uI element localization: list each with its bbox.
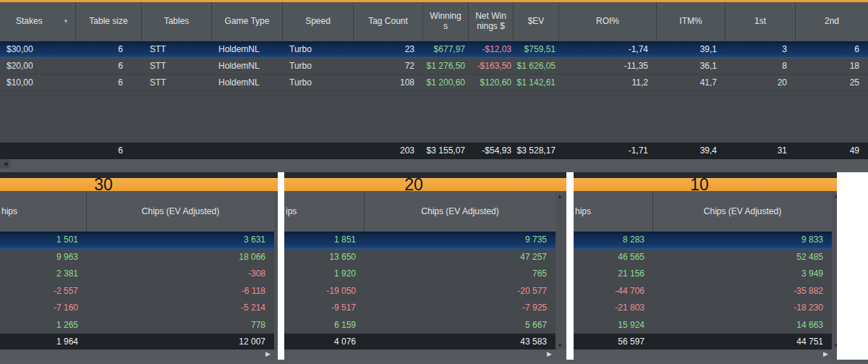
column-header-tag-count[interactable]: Tag Count: [354, 2, 423, 41]
chips-ev-adjusted-column-header[interactable]: Chips (EV Adjusted): [365, 191, 556, 232]
cell-tag-count: 72: [354, 58, 423, 75]
panel-row[interactable]: 1 920765: [284, 266, 556, 283]
column-header-itm[interactable]: ITM%: [657, 2, 726, 41]
panel-row[interactable]: -44 706-35 882: [574, 283, 832, 300]
cell-speed: Turbo: [283, 41, 354, 58]
panel-row[interactable]: 1 8519 735: [284, 232, 556, 249]
panel-row[interactable]: 9 96318 066: [0, 249, 274, 266]
cell-chips: -7 160: [0, 300, 87, 317]
panel-row[interactable]: 2 381-308: [0, 266, 274, 283]
column-header-label: Tag Count: [368, 17, 408, 27]
panel-row[interactable]: 1 5013 631: [0, 232, 274, 249]
panel-row[interactable]: -9 517-7 925: [284, 300, 556, 317]
cell-chips-ev: -6 118: [87, 283, 274, 300]
column-header-1st[interactable]: 1st: [726, 2, 796, 41]
cell-chips-ev: 14 663: [653, 317, 832, 334]
column-header-tables[interactable]: Tables: [142, 2, 212, 41]
chips-column-header[interactable]: hips: [574, 191, 653, 232]
summary-cell-speed: [283, 143, 354, 159]
column-header-label: Game Type: [225, 17, 270, 27]
table-row[interactable]: $10,006STTHoldemNLTurbo108$1 200,60$120,…: [0, 75, 868, 91]
cell-roi: 11,2: [559, 75, 657, 91]
cell-chips: 1 501: [0, 232, 87, 249]
cell-roi: -1,74: [559, 41, 657, 58]
scroll-down-arrow-icon[interactable]: ▼: [833, 342, 837, 349]
summary-cell-chips-ev: 44 751: [653, 334, 832, 350]
scroll-down-arrow-icon[interactable]: ▼: [557, 342, 563, 349]
column-header-winnings[interactable]: Winnings: [423, 2, 469, 41]
scroll-left-arrow-icon[interactable]: ◀: [0, 159, 11, 169]
panel-vertical-scrollbar[interactable]: ▲▼: [274, 192, 278, 350]
scroll-down-arrow-icon[interactable]: ▼: [276, 342, 278, 349]
poker-tracker-screen: Stakes▼Table sizeTablesGame TypeSpeedTag…: [0, 0, 868, 364]
chips-ev-adjusted-column-header[interactable]: Chips (EV Adjusted): [653, 191, 832, 232]
cell-chips-ev: -308: [87, 266, 274, 283]
panel-row[interactable]: 8 2839 833: [574, 232, 832, 249]
cell-chips: -19 050: [284, 283, 365, 300]
column-header-label: ROI%: [596, 17, 619, 27]
cell-chips: 8 283: [574, 232, 653, 249]
cell-tables: STT: [142, 75, 212, 91]
table-row[interactable]: $30,006STTHoldemNLTurbo23$677,97-$12,03$…: [0, 41, 868, 58]
column-header-ev[interactable]: $EV: [514, 2, 559, 41]
cell-tag-count: 108: [354, 75, 423, 91]
panel-group-label: 20: [284, 178, 555, 191]
panel-summary-row: 4 07643 583: [284, 334, 556, 350]
panel-row[interactable]: 15 92414 663: [574, 317, 832, 334]
stats-summary-row: 6203$3 155,07-$54,93$3 528,17-1,7139,431…: [0, 143, 868, 159]
panel-row[interactable]: -21 803-18 230: [574, 300, 832, 317]
scroll-up-arrow-icon[interactable]: ▲: [557, 193, 563, 200]
cell-chips: 2 381: [0, 266, 87, 283]
scroll-up-arrow-icon[interactable]: ▲: [833, 193, 837, 200]
cell-game-type: HoldemNL: [212, 75, 283, 91]
panel-row[interactable]: 1 265778: [0, 317, 274, 334]
table-row[interactable]: $20,006STTHoldemNLTurbo72$1 276,50-$163,…: [0, 58, 868, 75]
panel-row[interactable]: -2 557-6 118: [0, 283, 274, 300]
column-header-stakes[interactable]: Stakes▼: [0, 2, 76, 41]
column-header-label: Net Winnings $: [474, 12, 509, 32]
panel-tab-strip: [284, 172, 566, 178]
panel-row[interactable]: 6 1595 667: [284, 317, 556, 334]
panel-summary-row: 1 96412 007: [0, 334, 274, 350]
summary-cell-chips-ev: 12 007: [87, 334, 274, 350]
panel-row[interactable]: -19 050-20 577: [284, 283, 556, 300]
panel-horizontal-scrollbar[interactable]: ▶: [284, 350, 566, 360]
cell-chips-ev: -20 577: [365, 283, 556, 300]
cell-chips-ev: 52 485: [653, 249, 832, 266]
column-header-label: Winnings: [428, 12, 463, 32]
panel-row[interactable]: -7 160-5 214: [0, 300, 274, 317]
cell-net-winnings: -$163,50: [469, 58, 514, 75]
column-header-roi[interactable]: ROI%: [559, 2, 657, 41]
column-header-table-size[interactable]: Table size: [76, 2, 142, 41]
panel-row[interactable]: 21 1563 949: [574, 266, 832, 283]
chips-ev-adjusted-column-header[interactable]: Chips (EV Adjusted): [87, 191, 274, 232]
cell-chips: 1 920: [284, 266, 365, 283]
scroll-up-arrow-icon[interactable]: ▲: [276, 193, 278, 200]
stakes-filter-dropdown-icon[interactable]: ▼: [63, 18, 69, 25]
panel-row[interactable]: 46 56552 485: [574, 249, 832, 266]
panel-header-row: hipsChips (EV Adjusted): [574, 191, 837, 232]
stats-table-header-row: Stakes▼Table sizeTablesGame TypeSpeedTag…: [0, 2, 868, 41]
column-header-game-type[interactable]: Game Type: [212, 2, 283, 41]
column-header-speed[interactable]: Speed: [283, 2, 354, 41]
column-header-net-winnings[interactable]: Net Winnings $: [469, 2, 514, 41]
scroll-right-arrow-icon[interactable]: ▶: [265, 350, 271, 357]
panel-vertical-scrollbar[interactable]: ▲▼: [832, 192, 837, 350]
summary-cell-roi: -1,71: [559, 143, 657, 159]
scroll-right-arrow-icon[interactable]: ▶: [547, 350, 552, 357]
chips-column-header[interactable]: hips: [0, 191, 87, 232]
column-header-2nd[interactable]: 2nd: [796, 2, 868, 41]
panel-horizontal-scrollbar[interactable]: ▶: [0, 350, 278, 360]
scroll-right-arrow-icon[interactable]: ▶: [823, 350, 828, 357]
summary-cell-1st: 31: [726, 143, 796, 159]
chips-column-header[interactable]: ips: [284, 191, 365, 232]
column-header-label: Table size: [89, 17, 127, 27]
panel-vertical-scrollbar[interactable]: ▲▼: [556, 192, 566, 350]
cell-chips-ev: 47 257: [365, 249, 556, 266]
bottom-gray-strip: [0, 360, 868, 364]
cell-net-winnings: -$12,03: [469, 41, 514, 58]
panel-row[interactable]: 13 65047 257: [284, 249, 556, 266]
cell-chips: 13 650: [284, 249, 365, 266]
stats-horizontal-scrollbar[interactable]: ◀: [0, 159, 868, 169]
panel-horizontal-scrollbar[interactable]: ▶: [574, 350, 837, 360]
